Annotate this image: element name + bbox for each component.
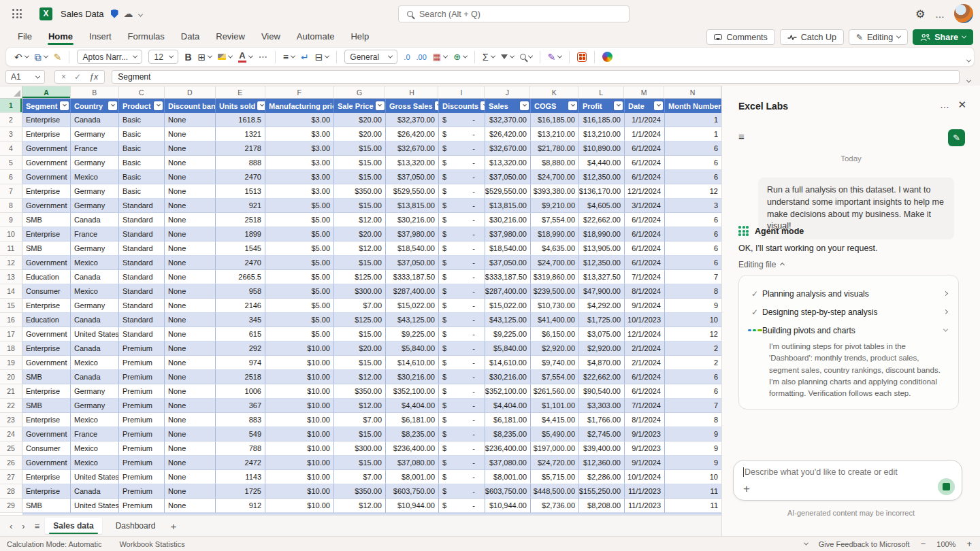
cell[interactable]: $8,001.00: [485, 470, 531, 484]
cell[interactable]: $13,320.00: [485, 156, 531, 170]
cell[interactable]: 2178: [216, 141, 265, 156]
cell[interactable]: Government: [22, 427, 71, 441]
cell[interactable]: $-: [439, 441, 485, 456]
row-header-15[interactable]: 15: [0, 299, 22, 313]
workbook-statistics-status[interactable]: Workbook Statistics: [119, 540, 184, 548]
cell[interactable]: None: [165, 441, 216, 456]
column-filter-header[interactable]: COGS: [531, 99, 579, 113]
cell[interactable]: $13,905.00: [579, 241, 625, 256]
cell[interactable]: 6: [665, 213, 721, 227]
cell[interactable]: $10.00: [265, 499, 334, 513]
font-name-select[interactable]: Aptos Narr...: [77, 50, 142, 64]
cell[interactable]: $16,185.00: [531, 113, 579, 127]
sheet-tab-sales-data[interactable]: Sales data: [45, 518, 101, 534]
cell[interactable]: Mexico: [71, 413, 119, 427]
cell[interactable]: Premium: [119, 456, 165, 470]
cell[interactable]: $8,001.00: [386, 470, 439, 484]
cell[interactable]: $90,540.00: [579, 384, 625, 399]
cell[interactable]: None: [165, 199, 216, 213]
find-button[interactable]: [520, 54, 532, 60]
bold-button[interactable]: B: [184, 52, 191, 63]
cell[interactable]: None: [165, 413, 216, 427]
cell[interactable]: $15.00: [334, 156, 386, 170]
cell[interactable]: $-: [439, 113, 485, 127]
cell[interactable]: $12.00: [334, 370, 386, 384]
cell[interactable]: Consumer: [22, 441, 71, 456]
cell[interactable]: $26,420.00: [386, 127, 439, 141]
cell[interactable]: $5.00: [265, 284, 334, 299]
ribbon-tab-insert[interactable]: Insert: [82, 29, 118, 46]
feedback-link[interactable]: Give Feedback to Microsoft: [819, 540, 910, 548]
cell[interactable]: 1006: [216, 384, 265, 399]
cell[interactable]: $350.00: [334, 484, 386, 499]
column-header-N[interactable]: N: [664, 86, 721, 99]
cell[interactable]: SMB: [22, 370, 71, 384]
cell[interactable]: $12.00: [334, 499, 386, 513]
cell[interactable]: $5,715.00: [531, 470, 579, 484]
cell[interactable]: $14,610.00: [386, 356, 439, 370]
cell[interactable]: Canada: [71, 313, 119, 327]
cell[interactable]: None: [165, 456, 216, 470]
cell[interactable]: 6/1/2024: [625, 170, 665, 184]
paste-button[interactable]: ⧉: [35, 52, 48, 62]
cell[interactable]: Standard: [119, 256, 165, 270]
cell[interactable]: Enterprise: [22, 341, 71, 356]
row-header-29[interactable]: 29: [0, 499, 22, 513]
cell[interactable]: 2470: [216, 256, 265, 270]
cell[interactable]: $14,610.00: [485, 356, 531, 370]
cell[interactable]: $10.00: [265, 370, 334, 384]
cell[interactable]: None: [165, 127, 216, 141]
row-header-2[interactable]: 2: [0, 113, 22, 127]
insert-cells-button[interactable]: ⊕: [453, 52, 467, 62]
cell[interactable]: Germany: [71, 299, 119, 313]
cell[interactable]: $24,720.00: [531, 456, 579, 470]
ribbon-tab-data[interactable]: Data: [174, 29, 206, 46]
cell[interactable]: $13,210.00: [531, 127, 579, 141]
cell[interactable]: Mexico: [71, 170, 119, 184]
column-header-M[interactable]: M: [624, 86, 664, 99]
cell[interactable]: $18,540.00: [485, 241, 531, 256]
cell[interactable]: Canada: [71, 341, 119, 356]
cell[interactable]: $-: [439, 313, 485, 327]
cell[interactable]: 10: [665, 470, 721, 484]
cell[interactable]: $529,550.00: [485, 184, 531, 199]
cell[interactable]: 2/1/2024: [625, 356, 665, 370]
cell[interactable]: $603,750.00: [386, 484, 439, 499]
cell[interactable]: 958: [216, 284, 265, 299]
cell[interactable]: 367: [216, 399, 265, 413]
search-input[interactable]: Search (Alt + Q): [398, 5, 630, 22]
cell[interactable]: France: [71, 227, 119, 241]
panel-close-icon[interactable]: ✕: [958, 99, 966, 111]
cell[interactable]: $3.00: [265, 156, 334, 170]
cell[interactable]: 345: [216, 313, 265, 327]
cell[interactable]: 3/1/2024: [625, 199, 665, 213]
cell[interactable]: $319,860.00: [531, 270, 579, 284]
number-format-select[interactable]: General: [344, 50, 397, 64]
cell[interactable]: Premium: [119, 370, 165, 384]
cell[interactable]: 974: [216, 356, 265, 370]
cell[interactable]: $4,635.00: [531, 241, 579, 256]
column-header-I[interactable]: I: [438, 86, 485, 99]
autosum-button[interactable]: Σ: [483, 52, 495, 62]
cell[interactable]: 8: [665, 413, 721, 427]
status-chevron-icon[interactable]: [804, 541, 808, 546]
cell[interactable]: 10/1/2024: [625, 470, 665, 484]
cell[interactable]: $24,700.00: [531, 256, 579, 270]
cell[interactable]: $12,360.00: [579, 456, 625, 470]
row-header-7[interactable]: 7: [0, 184, 22, 199]
cell[interactable]: 2472: [216, 456, 265, 470]
autosave-cloud-icon[interactable]: ☁: [124, 9, 133, 18]
cell[interactable]: $239,500.00: [531, 284, 579, 299]
cell[interactable]: $30,216.00: [386, 370, 439, 384]
cell[interactable]: Premium: [119, 356, 165, 370]
filter-button-product[interactable]: [154, 101, 163, 110]
column-filter-header[interactable]: Units sold: [216, 99, 265, 113]
row-header-1[interactable]: 1: [0, 99, 22, 113]
cell[interactable]: $37,080.00: [386, 456, 439, 470]
filter-button-country[interactable]: [108, 101, 117, 110]
cell[interactable]: $13,815.00: [386, 199, 439, 213]
column-filter-header[interactable]: Sales: [485, 99, 531, 113]
column-filter-header[interactable]: Product: [119, 99, 165, 113]
column-filter-header[interactable]: Profit: [579, 99, 625, 113]
cell[interactable]: $197,000.00: [531, 441, 579, 456]
